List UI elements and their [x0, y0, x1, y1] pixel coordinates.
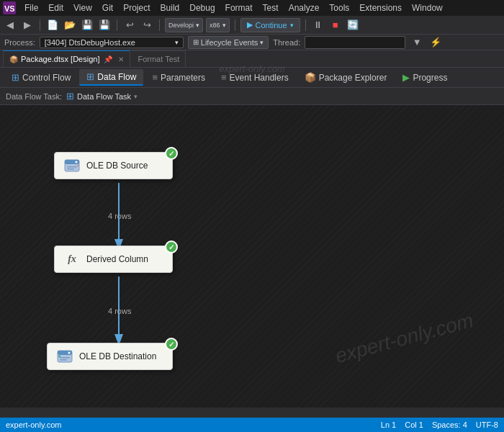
menu-item-file[interactable]: File: [20, 1, 42, 14]
svg-point-13: [68, 352, 71, 354]
canvas-watermark: expert-only.com: [333, 309, 476, 368]
process-label: Process:: [4, 38, 35, 47]
svg-rect-15: [60, 359, 67, 361]
play-icon: ▶: [247, 20, 253, 30]
tab-data-flow[interactable]: ⊞ Data Flow: [79, 69, 143, 86]
thread-label: Thread:: [273, 38, 300, 47]
parameters-icon: ≡: [152, 72, 158, 83]
tab-package-explorer[interactable]: 📦 Package Explorer: [297, 70, 395, 85]
ole-db-destination-label: OLE DB Destination: [79, 351, 156, 361]
dataflow-task-bar: Data Flow Task: ⊞ Data Flow Task ▾: [0, 88, 504, 105]
toolbar-sep-3: [159, 19, 160, 31]
package-explorer-icon: 📦: [305, 72, 316, 83]
menu-item-format[interactable]: Format: [221, 1, 257, 14]
status-bar: expert-only.com Ln 1 Col 1 Spaces: 4 UTF…: [0, 418, 504, 432]
menu-item-build[interactable]: Build: [156, 1, 184, 14]
rows-label-2: 4 rows: [108, 307, 131, 315]
menu-item-edit[interactable]: Edit: [44, 1, 68, 14]
progress-icon: ▶: [402, 72, 410, 83]
continue-button[interactable]: ▶ Continue ▾: [240, 18, 300, 32]
config-dropdown[interactable]: Developi▾: [165, 18, 203, 32]
status-left: expert-only.com: [6, 420, 61, 429]
back-button[interactable]: ◀: [3, 18, 17, 32]
menu-item-project[interactable]: Project: [119, 1, 154, 14]
rows-label-1: 4 rows: [108, 212, 131, 220]
process-bar: Process: [3404] DtsDebugHost.exe ▾ ⊞ Lif…: [0, 35, 504, 50]
thread-filter-button[interactable]: ▼: [410, 35, 424, 50]
process-value-dropdown[interactable]: [3404] DtsDebugHost.exe ▾: [40, 37, 184, 48]
toolbar: ◀ ▶ 📄 📂 💾 💾 ↩ ↪ Developi▾ x86▾ ▶ Continu…: [0, 16, 504, 35]
canvas: expert-only.com 4 rows 4 rows: [0, 105, 504, 408]
toolbar-sep-2: [117, 19, 117, 31]
pause-button[interactable]: ⏸: [311, 18, 325, 32]
doc-tab-format-label: Format Test: [138, 55, 179, 63]
tab-progress[interactable]: ▶ Progress: [395, 70, 454, 85]
control-flow-icon: ⊞: [12, 72, 19, 83]
menu-item-view[interactable]: View: [69, 1, 96, 14]
tab-bar: 📦 Package.dtsx [Design] 📌 ✕ Format Test: [0, 50, 504, 68]
tab-parameters[interactable]: ≡ Parameters: [145, 70, 212, 85]
status-spaces: Spaces: 4: [432, 420, 467, 429]
doc-tab-package-label: Package.dtsx [Design]: [21, 55, 99, 63]
new-file-button[interactable]: 📄: [45, 18, 60, 32]
tab-event-handlers[interactable]: ≡ Event Handlers: [214, 70, 296, 85]
menu-item-test[interactable]: Test: [258, 1, 283, 14]
svg-rect-14: [60, 357, 70, 359]
close-tab-button[interactable]: ✕: [118, 55, 124, 63]
toolbar-sep-1: [40, 19, 40, 31]
ole-db-destination-icon: [56, 348, 73, 365]
task-dropdown[interactable]: ⊞ Data Flow Task ▾: [66, 91, 138, 102]
menu-item-window[interactable]: Window: [408, 1, 447, 14]
ole-db-source-icon: [63, 157, 81, 174]
menu-item-git[interactable]: Git: [98, 1, 117, 14]
platform-dropdown[interactable]: x86▾: [206, 18, 230, 32]
open-file-button[interactable]: 📂: [63, 18, 77, 32]
status-right: Ln 1 Col 1 Spaces: 4 UTF-8: [381, 420, 498, 429]
undo-button[interactable]: ↩: [122, 18, 137, 32]
svg-point-7: [76, 161, 78, 163]
ole-db-source-check: ✓: [165, 147, 178, 160]
menu-bar: VS File Edit View Git Project Build Debu…: [0, 0, 504, 16]
ole-db-source-node[interactable]: OLE DB Source ✓: [54, 152, 173, 179]
redo-button[interactable]: ↪: [140, 18, 154, 32]
vs-logo: VS: [3, 1, 16, 14]
menu-item-debug[interactable]: Debug: [185, 1, 219, 14]
dropdown-arrow: ▾: [290, 22, 294, 29]
derived-column-node[interactable]: fx Derived Column ✓: [54, 246, 173, 273]
lifecycle-dropdown[interactable]: ⊞ Lifecycle Events ▾: [188, 36, 269, 49]
status-col: Col 1: [405, 420, 423, 429]
toolbar-sep-5: [305, 19, 306, 31]
derived-column-label: Derived Column: [86, 254, 148, 264]
derived-column-check: ✓: [165, 240, 178, 253]
data-flow-icon: ⊞: [86, 71, 94, 82]
doc-tab-package-icon: 📦: [9, 55, 18, 63]
svg-rect-8: [67, 166, 77, 168]
toolbar-sep-4: [235, 19, 235, 31]
menu-item-tools[interactable]: Tools: [325, 1, 354, 14]
status-ln: Ln 1: [381, 420, 396, 429]
task-label: Data Flow Task:: [6, 92, 62, 101]
stop-button[interactable]: ■: [328, 18, 343, 32]
thread-search-button[interactable]: ⚡: [428, 35, 443, 50]
restart-button[interactable]: 🔄: [346, 18, 360, 32]
svg-text:VS: VS: [4, 4, 15, 13]
svg-rect-9: [67, 168, 74, 170]
doc-tab-format[interactable]: Format Test: [132, 50, 186, 67]
status-encoding: UTF-8: [476, 420, 498, 429]
nav-tabs: ⊞ Control Flow ⊞ Data Flow ≡ Parameters …: [0, 68, 504, 88]
ole-db-destination-node[interactable]: OLE DB Destination ✓: [47, 343, 173, 370]
menu-item-analyze[interactable]: Analyze: [284, 1, 324, 14]
task-icon: ⊞: [66, 91, 74, 102]
save-all-button[interactable]: 💾: [97, 18, 112, 32]
ole-db-source-label: OLE DB Source: [86, 161, 148, 171]
pin-icon[interactable]: 📌: [104, 55, 112, 63]
tab-control-flow[interactable]: ⊞ Control Flow: [4, 70, 78, 85]
doc-tab-package[interactable]: 📦 Package.dtsx [Design] 📌 ✕: [3, 50, 130, 67]
ole-db-destination-check: ✓: [165, 338, 178, 351]
thread-input[interactable]: [305, 36, 405, 49]
menu-item-extensions[interactable]: Extensions: [355, 1, 406, 14]
task-dropdown-arrow: ▾: [134, 93, 138, 100]
derived-column-icon: fx: [63, 251, 81, 268]
save-button[interactable]: 💾: [80, 18, 94, 32]
forward-button[interactable]: ▶: [20, 18, 35, 32]
